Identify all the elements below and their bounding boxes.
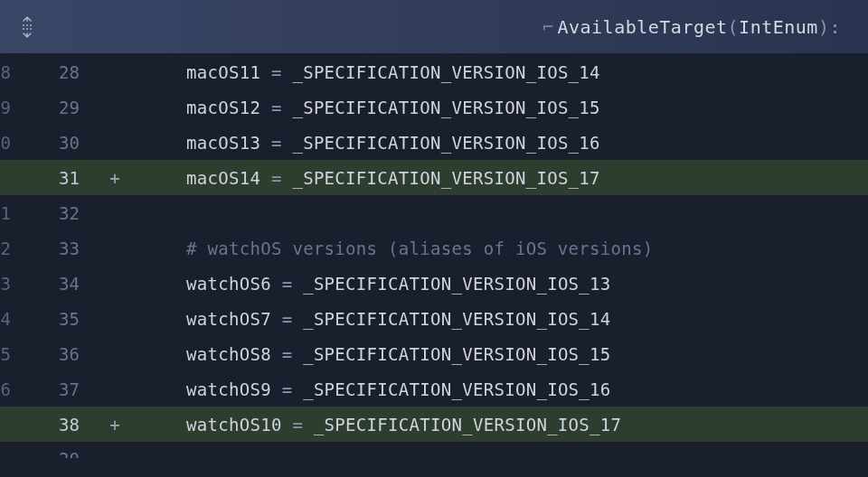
code-content: watchOS7 = _SPECIFICATION_VERSION_IOS_14: [134, 309, 868, 329]
svg-point-4: [26, 28, 28, 30]
code-content: macOS11 = _SPECIFICATION_VERSION_IOS_14: [134, 62, 868, 82]
svg-point-5: [30, 28, 32, 30]
code-content: macOS13 = _SPECIFICATION_VERSION_IOS_16: [134, 133, 868, 153]
code-content: watchOS8 = _SPECIFICATION_VERSION_IOS_15: [134, 344, 868, 364]
code-content: macOS14 = _SPECIFICATION_VERSION_IOS_17: [134, 168, 868, 188]
gutter-old-line-number: 1: [0, 203, 13, 223]
diff-line-added[interactable]: 31+macOS14 = _SPECIFICATION_VERSION_IOS_…: [0, 160, 868, 195]
diff-line-added[interactable]: 38+watchOS10 = _SPECIFICATION_VERSION_IO…: [0, 407, 868, 442]
context-header: ⌐AvailableTarget(IntEnum):: [0, 0, 868, 54]
gutter-new-line-number: 20: [13, 442, 96, 458]
svg-point-0: [23, 24, 24, 26]
code-content: watchOS6 = _SPECIFICATION_VERSION_IOS_13: [134, 274, 868, 294]
svg-point-2: [30, 24, 32, 26]
diff-marker: +: [96, 415, 134, 435]
gutter-old-line-number: 3: [0, 274, 13, 294]
svg-point-3: [23, 28, 24, 30]
code-content: watchOS9 = _SPECIFICATION_VERSION_IOS_16: [134, 379, 868, 399]
diff-line[interactable]: 030macOS13 = _SPECIFICATION_VERSION_IOS_…: [0, 125, 868, 160]
gutter-new-line-number: 33: [13, 238, 96, 258]
return-icon: ⌐: [542, 16, 554, 38]
gutter-new-line-number: 35: [13, 309, 96, 329]
code-diff-editor: ⌐AvailableTarget(IntEnum): 828macOS11 = …: [0, 0, 868, 477]
gutter-new-line-number: 36: [13, 344, 96, 364]
diff-line[interactable]: 334watchOS6 = _SPECIFICATION_VERSION_IOS…: [0, 266, 868, 301]
diff-line[interactable]: 233# watchOS versions (aliases of iOS ve…: [0, 230, 868, 266]
diff-line[interactable]: 20: [0, 442, 868, 458]
code-lines[interactable]: 828macOS11 = _SPECIFICATION_VERSION_IOS_…: [0, 54, 868, 477]
diff-line[interactable]: 828macOS11 = _SPECIFICATION_VERSION_IOS_…: [0, 54, 868, 89]
svg-point-1: [26, 24, 28, 26]
gutter-new-line-number: 38: [13, 415, 96, 435]
class-name: AvailableTarget: [557, 16, 727, 38]
gutter-new-line-number: 37: [13, 379, 96, 399]
class-breadcrumb[interactable]: ⌐AvailableTarget(IntEnum):: [542, 16, 841, 38]
gutter-old-line-number: 8: [0, 62, 13, 82]
diff-line[interactable]: 637watchOS9 = _SPECIFICATION_VERSION_IOS…: [0, 371, 868, 407]
diff-line[interactable]: 132: [0, 195, 868, 230]
gutter-new-line-number: 32: [13, 203, 96, 223]
gutter-old-line-number: 9: [0, 98, 13, 117]
gutter-old-line-number: 5: [0, 344, 13, 364]
diff-marker: +: [96, 168, 134, 188]
diff-line[interactable]: 929macOS12 = _SPECIFICATION_VERSION_IOS_…: [0, 89, 868, 125]
gutter-old-line-number: 6: [0, 379, 13, 399]
gutter-new-line-number: 29: [13, 98, 96, 117]
code-content: watchOS10 = _SPECIFICATION_VERSION_IOS_1…: [134, 415, 868, 435]
code-content: macOS12 = _SPECIFICATION_VERSION_IOS_15: [134, 98, 868, 117]
gutter-new-line-number: 34: [13, 274, 96, 294]
class-parent: IntEnum: [739, 16, 818, 38]
code-content: # watchOS versions (aliases of iOS versi…: [134, 238, 868, 258]
diff-line[interactable]: 536watchOS8 = _SPECIFICATION_VERSION_IOS…: [0, 336, 868, 371]
gutter-old-line-number: 2: [0, 238, 13, 258]
gutter-new-line-number: 28: [13, 62, 96, 82]
gutter-new-line-number: 31: [13, 168, 96, 188]
gutter-old-line-number: 4: [0, 309, 13, 329]
gutter-new-line-number: 30: [13, 133, 96, 153]
gutter-old-line-number: 0: [0, 133, 13, 153]
expand-collapse-icon[interactable]: [0, 15, 54, 39]
diff-line[interactable]: 435watchOS7 = _SPECIFICATION_VERSION_IOS…: [0, 301, 868, 336]
